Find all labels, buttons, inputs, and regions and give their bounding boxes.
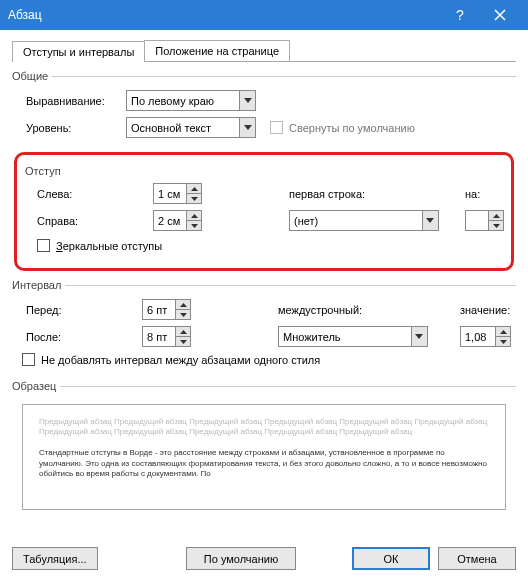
spin-up-icon[interactable] (187, 211, 201, 221)
group-spacing: Интервал Перед: междустрочный: значение:… (12, 279, 516, 376)
group-sample-title: Образец (12, 380, 60, 392)
collapse-label: Свернуты по умолчанию (289, 122, 415, 134)
spin-up-icon[interactable] (489, 211, 503, 221)
spacing-after-label: После: (26, 331, 136, 343)
collapse-checkbox (270, 121, 283, 134)
first-line-value[interactable] (290, 211, 422, 230)
close-button[interactable] (480, 0, 520, 30)
spacing-after-value[interactable] (143, 327, 175, 346)
indent-right-label: Справа: (37, 215, 147, 227)
tab-indents[interactable]: Отступы и интервалы (12, 41, 145, 62)
level-combo[interactable] (126, 117, 256, 138)
sample-preview: Предыдущий абзац Предыдущий абзац Предыд… (22, 404, 506, 510)
cancel-button[interactable]: Отмена (438, 547, 516, 570)
spin-down-icon[interactable] (176, 310, 190, 319)
mirror-label: Зеркальные отступы (56, 240, 162, 252)
default-button[interactable]: По умолчанию (186, 547, 296, 570)
align-combo[interactable] (126, 90, 256, 111)
indent-left-label: Слева: (37, 188, 147, 200)
spin-down-icon[interactable] (176, 337, 190, 346)
spin-down-icon[interactable] (489, 221, 503, 230)
indent-right-spinner[interactable] (153, 210, 202, 231)
help-button[interactable]: ? (440, 0, 480, 30)
spacing-at-label: значение: (460, 304, 516, 316)
spin-up-icon[interactable] (176, 300, 190, 310)
dialog-title: Абзац (8, 8, 440, 22)
spacing-before-label: Перед: (26, 304, 136, 316)
indent-left-spinner[interactable] (153, 183, 202, 204)
mirror-checkbox[interactable] (37, 239, 50, 252)
spin-up-icon[interactable] (496, 327, 510, 337)
nosame-checkbox[interactable] (22, 353, 35, 366)
indent-by-value[interactable] (466, 211, 488, 230)
line-spacing-label: междустрочный: (278, 304, 454, 316)
group-indent-title: Отступ (23, 163, 505, 183)
group-general: Общие Выравнивание: Уровень: Свернуты по… (12, 70, 516, 148)
spin-down-icon[interactable] (187, 194, 201, 203)
spin-up-icon[interactable] (187, 184, 201, 194)
spacing-at-value[interactable] (461, 327, 495, 346)
chevron-down-icon[interactable] (422, 211, 438, 230)
help-icon: ? (456, 7, 464, 23)
close-icon (494, 9, 506, 21)
sample-body-text: Стандартные отступы в Ворде - это рассто… (39, 448, 489, 480)
spin-down-icon[interactable] (496, 337, 510, 346)
indent-by-label: на: (465, 188, 505, 200)
first-line-label: первая строка: (289, 188, 459, 200)
group-sample: Образец Предыдущий абзац Предыдущий абза… (12, 380, 516, 522)
chevron-down-icon[interactable] (239, 91, 255, 110)
spin-up-icon[interactable] (176, 327, 190, 337)
level-value[interactable] (127, 118, 239, 137)
spacing-before-value[interactable] (143, 300, 175, 319)
group-general-title: Общие (12, 70, 52, 82)
indent-left-value[interactable] (154, 184, 186, 203)
group-spacing-title: Интервал (12, 279, 65, 291)
indent-right-value[interactable] (154, 211, 186, 230)
nosame-label: Не добавлять интервал между абзацами одн… (41, 354, 320, 366)
align-value[interactable] (127, 91, 239, 110)
tab-position[interactable]: Положение на странице (144, 40, 290, 61)
spin-down-icon[interactable] (187, 221, 201, 230)
align-label: Выравнивание: (26, 95, 126, 107)
line-spacing-value[interactable] (279, 327, 411, 346)
ok-button[interactable]: ОК (352, 547, 430, 570)
dialog-buttons: Табуляция... По умолчанию ОК Отмена (12, 547, 516, 570)
sample-fade-text: Предыдущий абзац Предыдущий абзац Предыд… (39, 417, 489, 438)
line-spacing-combo[interactable] (278, 326, 428, 347)
indent-by-spinner[interactable] (465, 210, 504, 231)
chevron-down-icon[interactable] (239, 118, 255, 137)
tab-strip: Отступы и интервалы Положение на страниц… (12, 40, 516, 62)
first-line-combo[interactable] (289, 210, 439, 231)
spacing-before-spinner[interactable] (142, 299, 191, 320)
tabs-button[interactable]: Табуляция... (12, 547, 98, 570)
chevron-down-icon[interactable] (411, 327, 427, 346)
group-indent-highlight: Отступ Слева: первая строка: на: Справа: (14, 152, 514, 271)
level-label: Уровень: (26, 122, 126, 134)
spacing-after-spinner[interactable] (142, 326, 191, 347)
title-bar: Абзац ? (0, 0, 528, 30)
spacing-at-spinner[interactable] (460, 326, 511, 347)
